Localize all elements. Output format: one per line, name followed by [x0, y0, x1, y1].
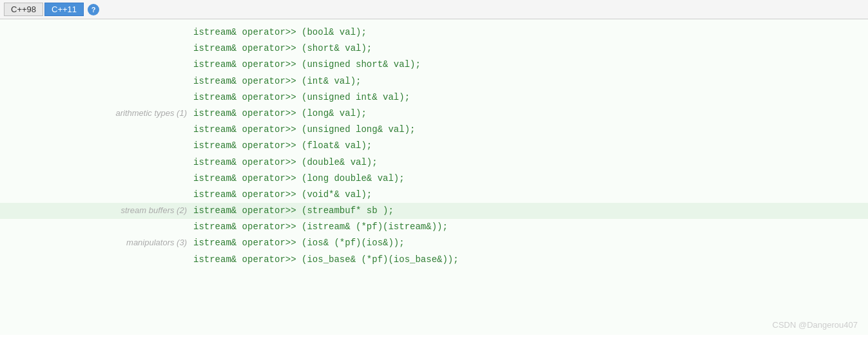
row-code: istream& operator>> (short& val);: [193, 41, 372, 57]
table-row: stream buffers (2)istream& operator>> (s…: [0, 203, 868, 219]
table-row: istream& operator>> (long double& val);: [0, 171, 868, 187]
table-row: istream& operator>> (bool& val);: [0, 24, 868, 41]
table-row: istream& operator>> (void*& val);: [0, 187, 868, 203]
table-row: istream& operator>> (float& val);: [0, 138, 868, 154]
tab-bar: C++98 C++11 ?: [0, 0, 868, 19]
row-label: manipulators (3): [6, 235, 193, 250]
tab-cpp98[interactable]: C++98: [4, 3, 43, 16]
table-row: istream& operator>> (ios_base& (*pf)(ios…: [0, 252, 868, 268]
watermark: CSDN @Dangerou407: [773, 320, 858, 330]
row-label: stream buffers (2): [6, 203, 193, 218]
row-code: istream& operator>> (int& val);: [193, 73, 361, 90]
row-code: istream& operator>> (long double& val);: [193, 171, 405, 187]
row-code: istream& operator>> (void*& val);: [193, 187, 372, 203]
row-code: istream& operator>> (unsigned int& val);: [193, 90, 410, 106]
table-row: istream& operator>> (int& val);: [0, 73, 868, 90]
row-label: arithmetic types (1): [6, 106, 193, 120]
table-row: arithmetic types (1)istream& operator>> …: [0, 106, 868, 122]
row-code: istream& operator>> (istream& (*pf)(istr…: [193, 219, 448, 235]
row-code: istream& operator>> (bool& val);: [193, 24, 367, 41]
content-area: istream& operator>> (bool& val);istream&…: [0, 19, 868, 335]
row-code: istream& operator>> (long& val);: [193, 106, 367, 122]
tab-cpp11[interactable]: C++11: [44, 3, 84, 16]
table-row: istream& operator>> (unsigned long& val)…: [0, 122, 868, 138]
table-row: istream& operator>> (istream& (*pf)(istr…: [0, 219, 868, 235]
row-code: istream& operator>> (double& val);: [193, 155, 378, 171]
row-code: istream& operator>> (unsigned short& val…: [193, 57, 421, 73]
table-row: istream& operator>> (unsigned short& val…: [0, 57, 868, 73]
row-code: istream& operator>> (streambuf* sb );: [193, 203, 394, 219]
row-code: istream& operator>> (ios& (*pf)(ios&));: [193, 235, 405, 251]
help-icon[interactable]: ?: [88, 4, 99, 15]
table-row: istream& operator>> (double& val);: [0, 155, 868, 171]
table-row: istream& operator>> (short& val);: [0, 41, 868, 57]
table-row: manipulators (3)istream& operator>> (ios…: [0, 235, 868, 251]
code-rows-container: istream& operator>> (bool& val);istream&…: [0, 24, 868, 268]
row-code: istream& operator>> (float& val);: [193, 138, 372, 154]
row-code: istream& operator>> (ios_base& (*pf)(ios…: [193, 252, 459, 268]
table-row: istream& operator>> (unsigned int& val);: [0, 90, 868, 106]
row-code: istream& operator>> (unsigned long& val)…: [193, 122, 415, 138]
